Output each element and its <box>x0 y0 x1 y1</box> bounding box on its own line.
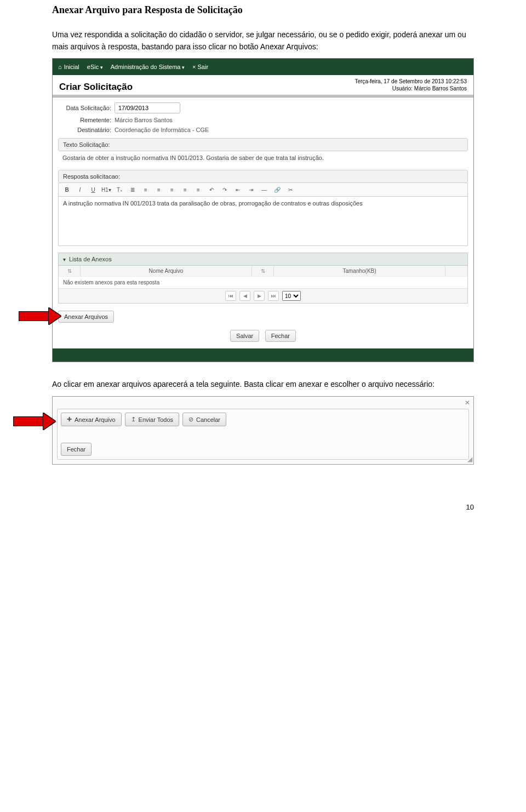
label-remetente: Remetente: <box>59 117 111 123</box>
tb-align-justify-icon[interactable]: ≡ <box>193 185 203 194</box>
cancelar-button[interactable]: ⊘ Cancelar <box>182 413 226 426</box>
fechar-dialog-button[interactable]: Fechar <box>61 443 92 456</box>
tb-underline[interactable]: U <box>88 185 98 194</box>
red-arrow-indicator <box>19 308 62 324</box>
doc-title: Anexar Arquivo para Resposta de Solicita… <box>52 4 474 16</box>
footer-bar <box>53 348 473 362</box>
editor-toolbar: B I U H1▾ Tₓ ≣ ≡ ≡ ≡ ≡ ≡ ↶ ↷ ⇤ ⇥ — 🔗 ✂ <box>58 183 468 197</box>
pager-next[interactable]: ▶ <box>254 291 265 301</box>
collapse-icon <box>63 256 66 262</box>
nav-sair[interactable]: × Sair <box>192 64 208 70</box>
label-destinatario: Destinatário: <box>59 127 111 133</box>
tb-outdent-icon[interactable]: ⇤ <box>233 185 243 194</box>
tb-italic[interactable]: I <box>75 185 85 194</box>
cancelar-label: Cancelar <box>196 416 220 423</box>
tb-unlink-icon[interactable]: ✂ <box>285 185 295 194</box>
sort-icon[interactable] <box>67 268 72 274</box>
plus-icon: ✚ <box>67 416 72 423</box>
page-number: 10 <box>0 481 526 522</box>
tb-hr-icon[interactable]: — <box>259 185 269 194</box>
header-user: Usuário: Márcio Barros Santos <box>355 85 467 92</box>
pager: ⏮ ◀ ▶ ⏭ 10 <box>59 288 467 303</box>
page-title: Criar Solicitação <box>59 82 133 93</box>
header-datetime: Terça-feira, 17 de Setembro de 2013 10:2… <box>355 78 467 84</box>
tb-redo-icon[interactable]: ↷ <box>220 185 230 194</box>
table-row-empty: Não existem anexos para esta resposta <box>59 276 467 288</box>
red-arrow-indicator <box>13 413 57 430</box>
tb-link-icon[interactable]: 🔗 <box>272 185 282 194</box>
second-paragraph: Ao clicar em anexar arquivos aparecerá a… <box>52 379 474 391</box>
tb-h1[interactable]: H1▾ <box>101 185 111 194</box>
anexar-arquivo-button[interactable]: ✚ Anexar Arquivo <box>61 413 122 426</box>
value-remetente: Márcio Barros Santos <box>115 117 173 123</box>
header-meta: Terça-feira, 17 de Setembro de 2013 10:2… <box>355 78 467 93</box>
enviar-todos-button[interactable]: ↥ Enviar Todos <box>125 413 179 426</box>
nav-inicial[interactable]: Inicial <box>58 64 79 70</box>
anexar-arquivo-label: Anexar Arquivo <box>75 416 116 423</box>
tb-align-left-icon[interactable]: ≡ <box>154 185 164 194</box>
screenshot-criar-solicitacao: Inicial eSic Administração do Sistema × … <box>52 58 474 362</box>
top-nav: Inicial eSic Administração do Sistema × … <box>53 59 473 75</box>
col-nome: Nome Arquivo <box>149 268 184 274</box>
sort-icon[interactable] <box>261 268 265 274</box>
pager-prev[interactable]: ◀ <box>239 291 250 301</box>
fechar-button[interactable]: Fechar <box>265 330 296 342</box>
salvar-button[interactable]: Salvar <box>230 330 259 342</box>
label-data: Data Solicitação: <box>59 105 111 111</box>
tb-align-right-icon[interactable]: ≡ <box>180 185 190 194</box>
anexos-table: Nome Arquivo Tamanho(KB) Não existem ane… <box>58 266 468 304</box>
texto-solicitacao-head: Texto Solicitação: <box>58 138 468 151</box>
texto-solicitacao-body: Gostaria de obter a instrução normativa … <box>58 151 468 167</box>
pager-first[interactable]: ⏮ <box>225 291 236 301</box>
resize-handle-icon[interactable]: ◢ <box>467 455 472 463</box>
nav-esic[interactable]: eSic <box>87 64 103 70</box>
tb-align-center-icon[interactable]: ≡ <box>167 185 177 194</box>
editor-body[interactable]: A instrução normativa IN 001/2013 trata … <box>58 197 468 246</box>
tb-bold[interactable]: B <box>62 185 72 194</box>
screenshot-dialog-anexar: ✕ ✚ Anexar Arquivo ↥ Enviar Todos ⊘ Canc… <box>52 396 474 465</box>
col-tamanho: Tamanho(KB) <box>342 268 376 274</box>
lista-anexos-label: Lista de Anexos <box>69 256 112 262</box>
tb-indent-icon[interactable]: ⇥ <box>246 185 256 194</box>
tb-ul-icon[interactable]: ≡ <box>141 185 151 194</box>
value-destinatario: Coordenação de Informática - CGE <box>115 127 209 133</box>
enviar-todos-label: Enviar Todos <box>139 416 173 423</box>
lista-anexos-head[interactable]: Lista de Anexos <box>58 253 468 266</box>
intro-paragraph: Uma vez respondida a solicitação do cida… <box>52 29 474 53</box>
nav-sair-label: Sair <box>197 64 208 70</box>
nav-admin[interactable]: Administração do Sistema <box>111 64 185 70</box>
close-icon[interactable]: ✕ <box>465 399 470 407</box>
cancel-icon: ⊘ <box>188 416 193 423</box>
tb-clear[interactable]: Tₓ <box>115 185 124 194</box>
input-data-solicitacao[interactable] <box>115 102 180 113</box>
pager-last[interactable]: ⏭ <box>268 291 279 301</box>
tb-undo-icon[interactable]: ↶ <box>207 185 216 194</box>
anexar-arquivos-button[interactable]: Anexar Arquivos <box>58 311 114 323</box>
resposta-head: Resposta solicitacao: <box>58 170 468 183</box>
pager-size-select[interactable]: 10 <box>282 291 301 301</box>
upload-icon: ↥ <box>131 416 136 423</box>
tb-ol-icon[interactable]: ≣ <box>128 185 138 194</box>
